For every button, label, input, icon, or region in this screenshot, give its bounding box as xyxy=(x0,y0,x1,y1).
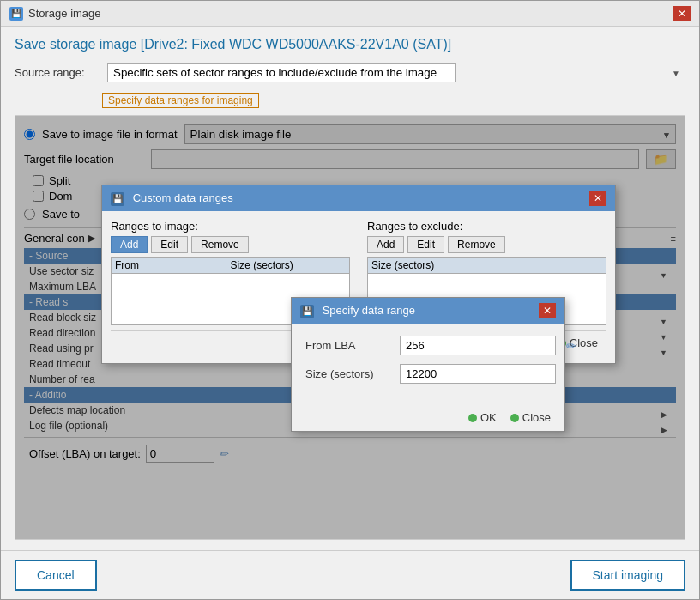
ranges-remove-button[interactable]: Remove xyxy=(191,236,249,253)
ranges-to-image-label: Ranges to image: xyxy=(111,220,350,233)
window-content: Save storage image [Drive2: Fixed WDC WD… xyxy=(1,27,699,550)
custom-ranges-dialog: 💾 Custom data ranges ✕ Ranges to image: … xyxy=(101,185,616,364)
from-lba-input[interactable] xyxy=(400,336,556,355)
main-panel: Save to image file in format Plain disk … xyxy=(15,115,685,540)
specify-range-title-bar: 💾 Specify data range ✕ xyxy=(292,298,564,324)
specify-range-footer: OK Close xyxy=(292,404,564,431)
title-bar-left: 💾 Storage image xyxy=(9,7,101,21)
title-bar: 💾 Storage image ✕ xyxy=(1,1,699,27)
specify-range-close-button[interactable]: ✕ xyxy=(539,303,556,318)
exclude-add-button[interactable]: Add xyxy=(367,236,404,253)
ranges-to-image-actions: Add Edit Remove xyxy=(111,236,350,253)
from-lba-label: From LBA xyxy=(305,339,391,352)
specify-range-dialog: 💾 Specify data range ✕ From LBA ✏ Size (… xyxy=(291,297,565,432)
specify-range-close2-button[interactable]: Close xyxy=(510,411,551,424)
ranges-table-header: From Size (sectors) xyxy=(112,258,349,274)
ranges-add-button[interactable]: Add xyxy=(111,236,148,253)
source-range-row: Source range: Specific sets of sector ra… xyxy=(15,63,685,82)
size-sectors-input[interactable] xyxy=(400,364,556,384)
start-imaging-button[interactable]: Start imaging xyxy=(570,560,685,591)
main-window: 💾 Storage image ✕ Save storage image [Dr… xyxy=(0,0,700,600)
close2-green-dot xyxy=(510,414,519,422)
size-sectors-row: Size (sectors) xyxy=(305,364,551,384)
ranges-to-exclude-label: Ranges to exclude: xyxy=(367,220,606,233)
custom-ranges-title-bar: 💾 Custom data ranges ✕ xyxy=(102,185,615,211)
source-range-label: Source range: xyxy=(15,66,100,79)
ranges-col-from: From xyxy=(115,259,231,271)
page-title: Save storage image [Drive2: Fixed WDC WD… xyxy=(15,37,685,52)
specify-range-ok-button[interactable]: OK xyxy=(468,411,497,424)
from-lba-edit-button[interactable]: ✏ xyxy=(564,339,578,353)
exclude-edit-button[interactable]: Edit xyxy=(407,236,444,253)
custom-ranges-title: Custom data ranges xyxy=(133,191,233,204)
exclude-remove-button[interactable]: Remove xyxy=(448,236,505,253)
bottom-bar: Cancel Start imaging xyxy=(1,550,699,599)
specify-range-icon: 💾 xyxy=(300,305,314,318)
ranges-edit-button[interactable]: Edit xyxy=(151,236,188,253)
cancel-button[interactable]: Cancel xyxy=(15,560,97,591)
specify-link[interactable]: Specify data ranges for imaging xyxy=(15,93,685,108)
specify-range-body: From LBA ✏ Size (sectors) xyxy=(292,324,564,404)
ok-green-dot xyxy=(468,414,477,422)
exclude-table-header: Size (sectors) xyxy=(368,258,606,274)
source-range-select-wrapper: Specific sets of sector ranges to includ… xyxy=(107,63,685,82)
ranges-to-exclude-actions: Add Edit Remove xyxy=(367,236,606,253)
custom-ranges-title-left: 💾 Custom data ranges xyxy=(111,191,233,206)
size-sectors-label: Size (sectors) xyxy=(305,367,391,380)
window-close-button[interactable]: ✕ xyxy=(673,6,691,21)
specify-range-title: Specify data range xyxy=(323,304,415,317)
custom-ranges-close-button[interactable]: ✕ xyxy=(589,191,606,206)
window-title: Storage image xyxy=(28,7,101,20)
specify-range-title-left: 💾 Specify data range xyxy=(300,304,415,318)
from-lba-row: From LBA ✏ xyxy=(305,336,551,355)
exclude-col-size: Size (sectors) xyxy=(371,259,602,271)
source-range-select[interactable]: Specific sets of sector ranges to includ… xyxy=(107,63,456,82)
app-icon: 💾 xyxy=(9,7,23,21)
custom-ranges-icon: 💾 xyxy=(111,192,124,206)
ranges-col-size: Size (sectors) xyxy=(231,259,347,271)
